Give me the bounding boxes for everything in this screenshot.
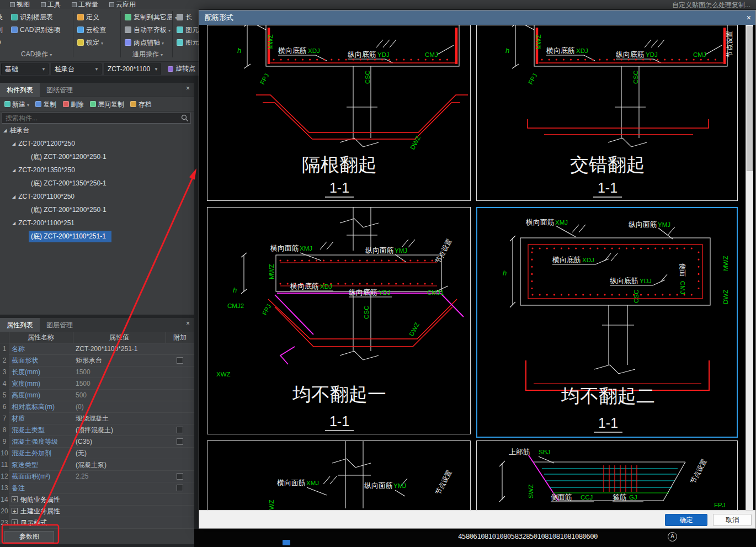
label-transverse-top: 横向面筋 xyxy=(525,218,555,226)
component-select[interactable]: ZCT-200*1100▼ xyxy=(104,63,161,75)
tree-item-group[interactable]: ◢ZCT-200*1100*250 xyxy=(0,190,194,203)
property-value[interactable]: (混凝土泵) xyxy=(76,459,164,471)
dialog-scrollbar[interactable] xyxy=(746,25,753,510)
copy-button[interactable]: 复制 xyxy=(35,97,56,111)
tree-item-group[interactable]: ◢ZCT-200*1350*250 xyxy=(0,163,194,177)
cancel-button[interactable]: 取消 xyxy=(713,514,752,526)
expand-icon[interactable]: ◢ xyxy=(12,141,15,146)
property-value[interactable]: 矩形承台 xyxy=(76,355,164,367)
expand-icon[interactable]: ◢ xyxy=(3,128,7,133)
category-select[interactable]: 桩承台▼ xyxy=(51,63,102,75)
lock-icon xyxy=(77,39,84,46)
element-button-2[interactable]: 图元 xyxy=(177,38,199,47)
property-value[interactable]: (预拌混凝土) xyxy=(76,424,164,436)
copy-to-other-layer-button[interactable]: 复制到其它层▾ xyxy=(125,12,177,22)
expand-plus-icon[interactable] xyxy=(12,496,18,502)
checkbox[interactable] xyxy=(177,427,183,433)
common-operations-group-label[interactable]: 通用操作▾ xyxy=(132,50,163,59)
tab-property-list[interactable]: 属性列表 xyxy=(0,318,40,332)
tab-layer-management[interactable]: 图层管理 xyxy=(40,318,79,332)
tree-item-group[interactable]: ◢ZCT-200*1100*251 xyxy=(0,216,194,230)
archive-button[interactable]: 存档 xyxy=(130,97,151,111)
cad-recognize-options-button[interactable]: CAD识别选项 xyxy=(11,25,60,35)
interlayer-copy-button[interactable]: 层间复制 xyxy=(90,97,124,111)
menu-tools[interactable]: 工具 xyxy=(41,1,61,8)
option-panel-6[interactable]: 上部筋 SBJ SWZ 侧面筋 CCJ 箍筋 GJ 节点设置 FPJ xyxy=(476,440,738,510)
expand-plus-icon[interactable] xyxy=(12,519,18,525)
menu-cloud-app[interactable]: 云应用 xyxy=(109,1,136,8)
cloud-check-button[interactable]: 云检查 xyxy=(77,25,106,35)
cyan-lines xyxy=(542,469,678,487)
property-value[interactable]: 500 xyxy=(76,390,164,401)
tree-item-leaf[interactable]: (底) ZCT-200*1200*250-1 xyxy=(0,150,194,163)
label-xmj: XMJ xyxy=(306,480,319,486)
toolbar-edge-2[interactable]: 列 xyxy=(0,25,3,35)
property-value[interactable]: 1500 xyxy=(76,367,164,378)
label-ymj: YMJ xyxy=(658,221,670,228)
tree-item-leaf[interactable]: (底) ZCT-200*1200*250-1 xyxy=(0,203,194,216)
element-button-1[interactable]: 图元 xyxy=(177,25,199,35)
tree-item-leaf[interactable]: (底) ZCT-200*1350*250-1 xyxy=(0,177,194,190)
option-panel-5[interactable]: 横向面筋 XMJ 纵向面筋 YMJ 节点设置 MWZ xyxy=(207,440,471,510)
tab-component-list[interactable]: 构件列表 xyxy=(0,83,40,97)
menubar-note[interactable]: 自定义贴面怎么处理复制... xyxy=(672,1,750,10)
expand-icon[interactable]: ◢ xyxy=(12,194,15,199)
define-button[interactable]: 定义 xyxy=(77,12,99,22)
length-button[interactable]: 长 xyxy=(177,12,192,22)
checkbox[interactable] xyxy=(177,357,183,364)
tree-item-group[interactable]: ◢ZCT-200*1200*250 xyxy=(0,137,194,150)
drawing-canvas-bottom[interactable]: 4580610810108058328501081081081080600 A xyxy=(194,529,756,547)
diagram-subtitle: 1-1 xyxy=(598,415,618,431)
toolbar-edge-1[interactable]: 换 xyxy=(0,12,3,22)
checkbox[interactable] xyxy=(177,485,183,491)
label-gj: GJ xyxy=(629,494,637,501)
property-value[interactable]: (无) xyxy=(76,448,164,459)
parameter-diagram-button[interactable]: 参数图 xyxy=(4,531,54,543)
label-cmj: CMJ xyxy=(693,51,706,58)
delete-button[interactable]: 删除 xyxy=(63,97,84,111)
new-button[interactable]: 新建▾ xyxy=(4,97,29,113)
property-value[interactable]: 现浇混凝土 xyxy=(76,413,164,424)
lock-button[interactable]: 锁定▾ xyxy=(77,38,103,47)
tab-drawing-management[interactable]: 图纸管理 xyxy=(40,83,79,97)
option-panel-2[interactable]: 横向底筋 XDJ 纵向底筋 YDJ CMJ MWZ h FPJ CSC 节点设置… xyxy=(476,25,738,201)
checkbox[interactable] xyxy=(177,438,183,445)
close-icon[interactable]: × xyxy=(747,10,751,25)
two-point-axis-button[interactable]: 两点辅轴▾ xyxy=(125,38,164,47)
label-xdj: XDJ xyxy=(582,257,594,263)
auto-align-slab-button[interactable]: 自动平齐板▾ xyxy=(125,25,171,35)
menubar: 视图 工具 工程量 云应用 自定义贴面怎么处理复制... xyxy=(0,0,756,9)
define-icon xyxy=(77,14,84,20)
property-value[interactable]: (C35) xyxy=(76,436,164,448)
recognize-floor-table-button[interactable]: 识别楼层表 xyxy=(11,12,53,22)
menu-view[interactable]: 视图 xyxy=(10,1,30,8)
component-actions: 新建▾ 复制 删除 层间复制 存档 xyxy=(0,97,194,111)
property-value[interactable]: (0) xyxy=(76,401,164,413)
expand-icon[interactable]: ◢ xyxy=(12,168,15,173)
rotate-point-toggle[interactable]: 旋转点 xyxy=(164,63,199,75)
ok-button[interactable]: 确定 xyxy=(665,514,707,526)
option-panel-1[interactable]: 横向底筋 XDJ 纵向底筋 YDJ CMJ MWZ h FPJ CSC DWZ … xyxy=(207,25,471,201)
option-panel-3[interactable]: 横向面筋 XMJ 纵向面筋 YMJ 横向底筋 XDJ 纵向底筋 YDJ CMJ1… xyxy=(207,207,471,434)
label-longitudinal-top: 纵向面筋 xyxy=(629,220,657,229)
tree-item-leaf-selected[interactable]: (底) ZCT-200*1100*251-1 xyxy=(0,230,194,243)
option-panel-4-selected[interactable]: 横向面筋 XMJ 纵向面筋 YMJ 横向底筋 XDJ 纵向底筋 YDJ h MW… xyxy=(476,207,738,438)
toolbar-edge-3[interactable]: D xyxy=(0,38,1,47)
property-value[interactable]: 2.25 xyxy=(76,471,164,482)
expand-plus-icon[interactable] xyxy=(12,508,18,514)
close-icon[interactable]: × xyxy=(186,85,190,92)
scrollbar-thumb[interactable] xyxy=(747,26,753,171)
toolbar-separator xyxy=(73,11,73,57)
component-panel-tabbar: 构件列表 图纸管理 × xyxy=(0,83,194,97)
search-input[interactable] xyxy=(2,113,191,124)
property-value[interactable]: 1500 xyxy=(76,378,164,390)
cad-operations-group-label[interactable]: CAD操作▾ xyxy=(21,50,52,59)
checkbox[interactable] xyxy=(177,473,183,480)
tree-item-root[interactable]: ◢桩承台 xyxy=(0,124,194,137)
expand-icon[interactable]: ◢ xyxy=(12,221,15,226)
dialog-titlebar[interactable]: 配筋形式× xyxy=(199,10,755,25)
property-value[interactable]: ZCT-200*1100*251-1 xyxy=(76,343,164,355)
menu-quantity[interactable]: 工程量 xyxy=(72,1,98,8)
level-select[interactable]: 基础▼ xyxy=(1,63,49,75)
close-icon[interactable]: × xyxy=(186,320,190,327)
